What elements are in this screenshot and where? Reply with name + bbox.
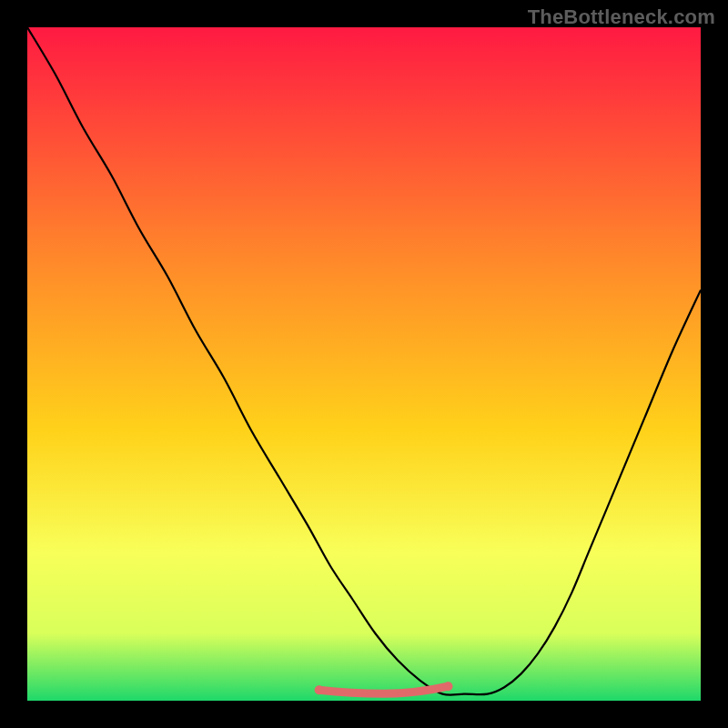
bottleneck-chart <box>0 0 728 728</box>
plot-area <box>27 27 701 701</box>
optimal-band-dot-right <box>444 682 453 691</box>
chart-frame: { "watermark": "TheBottleneck.com", "col… <box>0 0 728 728</box>
watermark-text: TheBottleneck.com <box>528 5 715 29</box>
optimal-band-dot-left <box>315 685 324 694</box>
